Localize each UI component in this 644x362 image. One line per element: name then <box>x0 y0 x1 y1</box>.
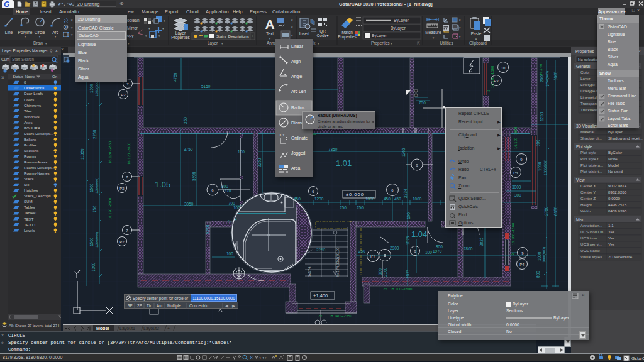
svg-text:700: 700 <box>228 201 235 206</box>
svg-text:Properties: Properties <box>171 35 190 40</box>
svg-text:1970: 1970 <box>433 249 442 253</box>
svg-text:Hatches: Hatches <box>24 188 38 192</box>
svg-text:1500: 1500 <box>89 84 94 93</box>
svg-text:Text: Text <box>266 31 274 36</box>
svg-text:Yes: Yes <box>608 236 614 240</box>
svg-text:100: 100 <box>406 212 411 219</box>
svg-text:Align: Align <box>291 59 301 64</box>
svg-text:1.05: 1.05 <box>155 180 170 189</box>
svg-text:Sections: Sections <box>24 148 38 153</box>
svg-text:16.140: 16.140 <box>539 63 543 75</box>
svg-text:Material: Material <box>580 129 594 134</box>
svg-text:2x: 2x <box>486 89 490 93</box>
svg-text:1000: 1000 <box>365 197 375 201</box>
svg-text:2234: 2234 <box>403 189 408 198</box>
svg-text:Doors: Doors <box>24 97 34 102</box>
svg-text:oolean: oolean <box>127 18 140 23</box>
svg-text:Properties: Properties <box>338 35 357 40</box>
svg-text:Shadow di...: Shadow di... <box>580 136 602 140</box>
svg-text:1000: 1000 <box>537 251 541 261</box>
svg-text:16.120 -2850: 16.120 -2850 <box>108 141 112 163</box>
svg-text:Stairs: Stairs <box>24 177 34 181</box>
svg-text:1230: 1230 <box>314 197 324 201</box>
svg-text:Layer: Layer <box>208 41 218 46</box>
svg-text:A: A <box>265 17 274 31</box>
svg-text:P4: P4 <box>513 171 518 175</box>
svg-text:▾: ▾ <box>265 356 267 359</box>
svg-text:8x174,00/2(60,00: 8x174,00/2(60,00 <box>336 247 340 277</box>
svg-text:16.120 -2600: 16.120 -2600 <box>108 197 112 220</box>
svg-text:800: 800 <box>536 271 540 278</box>
svg-text:750: 750 <box>419 101 426 105</box>
svg-text:2750: 2750 <box>544 206 548 216</box>
svg-text:ByLayer: ByLayer <box>391 26 406 31</box>
svg-text:Jogged: Jogged <box>291 151 306 156</box>
svg-text:±0,000: ±0,000 <box>346 192 364 197</box>
svg-text:2250: 2250 <box>257 158 262 167</box>
svg-text:Layer: Layer <box>580 76 590 80</box>
svg-text:250: 250 <box>358 249 365 253</box>
svg-text:Tables: Tables <box>24 205 35 209</box>
svg-text:1:1: 1:1 <box>608 223 614 228</box>
svg-text:Rooms-Names: Rooms-Names <box>24 171 50 175</box>
svg-text:Paste: Paste <box>471 31 482 36</box>
svg-text:Model: Model <box>608 163 619 167</box>
svg-text:5750: 5750 <box>206 224 210 234</box>
svg-text:1500: 1500 <box>89 237 94 246</box>
svg-text:Stairs_Descripti...: Stairs_Descripti... <box>24 194 54 198</box>
svg-text:3750: 3750 <box>184 147 193 151</box>
svg-text:×: × <box>55 48 58 53</box>
svg-text:800: 800 <box>536 140 540 146</box>
svg-text:1000(900): 1000(900) <box>543 160 547 175</box>
svg-text:Properties: Properties <box>575 49 594 54</box>
svg-text:1000: 1000 <box>538 162 542 171</box>
svg-text:▾: ▾ <box>72 4 74 7</box>
svg-text:1250(900): 1250(900) <box>545 71 549 87</box>
svg-text:16.100 -1500: 16.100 -1500 <box>511 222 515 245</box>
svg-text:1300: 1300 <box>91 262 96 272</box>
svg-text:None: None <box>608 156 618 161</box>
svg-text:Properties: Properties <box>371 41 390 46</box>
svg-text:Plot table a...: Plot table a... <box>580 163 603 167</box>
svg-text:Lineweight: Lineweight <box>580 95 599 99</box>
svg-text:1250(900): 1250(900) <box>95 232 99 248</box>
svg-text:Radius: Radius <box>291 106 305 110</box>
svg-text:P2: P2 <box>119 187 125 190</box>
svg-text:UCS per vi...: UCS per vi... <box>580 242 602 246</box>
svg-text:Ballons: Ballons <box>24 137 36 141</box>
svg-text:P4: P4 <box>519 263 525 266</box>
svg-text:Chimneys: Chimneys <box>24 103 41 107</box>
svg-text:»: » <box>1 74 4 80</box>
svg-text:No selection: No selection <box>578 57 600 62</box>
svg-text:2x: 2x <box>383 287 387 291</box>
svg-text:10: 10 <box>501 66 506 70</box>
svg-text:Insert: Insert <box>299 31 309 36</box>
svg-text:+: + <box>167 326 170 331</box>
svg-text:opy: opy <box>127 33 134 38</box>
svg-text:2: 2 <box>226 220 233 223</box>
svg-text:ByColor: ByColor <box>608 150 622 155</box>
svg-text:ByLayer: ByLayer <box>394 18 409 23</box>
svg-text:0.0000: 0.0000 <box>608 196 620 200</box>
svg-text:2250: 2250 <box>316 248 326 252</box>
svg-text:Plot table t...: Plot table t... <box>580 169 602 173</box>
svg-text:Measure: Measure <box>425 30 441 35</box>
svg-text:Tables1: Tables1 <box>24 211 38 215</box>
svg-text:⋮: ⋮ <box>251 35 254 38</box>
svg-text:Yes: Yes <box>608 242 614 246</box>
svg-text:Dimensions: Dimensions <box>24 85 44 90</box>
svg-text:450: 450 <box>394 197 401 201</box>
svg-text:Status: Status <box>13 75 23 79</box>
svg-text:8x174,: 8x174, <box>308 266 311 277</box>
svg-text:3500: 3500 <box>192 172 196 181</box>
svg-text:Profiles: Profiles <box>24 143 36 147</box>
svg-text:2825: 2825 <box>479 237 484 246</box>
svg-text:POHHRA: POHHRA <box>24 126 41 130</box>
svg-text:9002.9814: 9002.9814 <box>608 184 627 188</box>
svg-text:GstarCAD: GstarCAD <box>631 356 644 361</box>
svg-text:▾: ▾ <box>64 4 65 7</box>
svg-text:1250: 1250 <box>540 112 544 121</box>
svg-text:8: 8 <box>384 253 386 258</box>
svg-text:1266: 1266 <box>401 148 406 157</box>
svg-text:Windows: Windows <box>24 114 40 119</box>
